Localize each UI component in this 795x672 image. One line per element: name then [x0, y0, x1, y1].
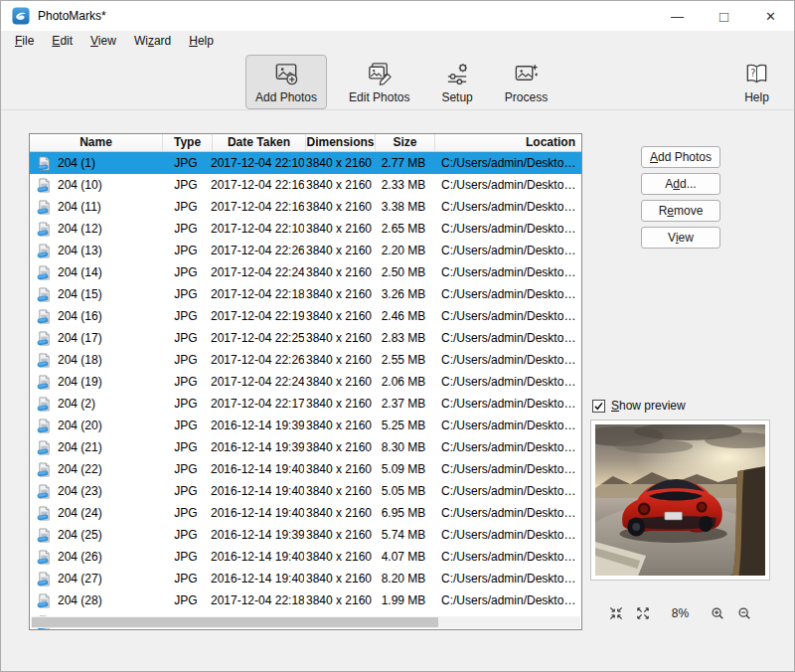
side-button[interactable]: Add...	[641, 173, 720, 195]
cell-dimensions: 3840 x 2160	[304, 244, 374, 257]
zoom-in-icon[interactable]	[711, 606, 724, 620]
menu-item[interactable]: Edit	[43, 32, 81, 50]
cell-name: 204 (12)	[58, 222, 161, 236]
column-header[interactable]: Size	[376, 134, 435, 151]
cell-type: JPG	[161, 440, 211, 454]
menu-item[interactable]: View	[81, 32, 125, 50]
table-row[interactable]: 204 (24) JPG 2016-12-14 19:40 3840 x 216…	[30, 502, 581, 524]
side-button[interactable]: Add Photos	[641, 146, 720, 168]
cell-date-taken: 2017-12-04 22:16	[211, 200, 304, 214]
file-icon	[37, 200, 52, 215]
table-row[interactable]: 204 (26) JPG 2016-12-14 19:40 3840 x 216…	[30, 546, 581, 568]
cell-location: C:/Users/admin/Desktop/...	[433, 528, 581, 542]
column-header[interactable]: Type	[163, 134, 213, 151]
table-row[interactable]: 204 (18) JPG 2017-12-04 22:26 3840 x 216…	[30, 349, 581, 371]
cell-name: 204 (20)	[58, 419, 161, 432]
file-table: NameTypeDate TakenDimensionsSizeLocation…	[29, 133, 582, 630]
cell-size: 8.20 MB	[374, 572, 433, 586]
cell-date-taken: 2016-12-14 19:40	[211, 572, 304, 586]
show-preview-checkbox[interactable]: Show preview	[592, 399, 686, 413]
cell-name: 204 (24)	[58, 506, 161, 520]
cell-location: C:/Users/admin/Desktop/...	[433, 265, 581, 279]
table-row[interactable]: 204 (13) JPG 2017-12-04 22:26 3840 x 216…	[30, 240, 581, 261]
table-row[interactable]: 204 (27) JPG 2016-12-14 19:40 3840 x 216…	[30, 568, 581, 589]
cell-date-taken: 2017-12-04 22:26	[211, 353, 304, 367]
cell-name: 204 (23)	[58, 484, 161, 498]
table-row[interactable]: 204 (12) JPG 2017-12-04 22:10 3840 x 216…	[30, 218, 581, 240]
cell-name: 204 (25)	[58, 528, 161, 542]
table-row[interactable]: 204 (19) JPG 2017-12-04 22:24 3840 x 216…	[30, 371, 581, 393]
menu-item[interactable]: Wizard	[125, 32, 180, 50]
toolbar-button[interactable]: Process	[495, 55, 557, 109]
cell-location: C:/Users/admin/Desktop/...	[433, 375, 581, 389]
cell-dimensions: 3840 x 2160	[304, 462, 374, 476]
table-row[interactable]: 204 (28) JPG 2017-12-04 22:18 3840 x 216…	[30, 589, 581, 611]
cell-location: C:/Users/admin/Desktop/...	[433, 397, 581, 411]
maximize-button[interactable]: □	[701, 1, 747, 31]
cell-date-taken: 2016-12-14 19:39	[211, 528, 304, 542]
cell-date-taken: 2017-12-04 22:10	[211, 222, 304, 236]
table-row[interactable]: 204 (17) JPG 2017-12-04 22:25 3840 x 216…	[30, 327, 581, 349]
horizontal-scrollbar-thumb[interactable]	[32, 617, 438, 627]
toolbar-button-label: Help	[744, 90, 769, 104]
horizontal-scrollbar[interactable]	[31, 616, 580, 628]
cell-location: C:/Users/admin/Desktop/...	[433, 462, 581, 476]
side-button[interactable]: View	[641, 227, 720, 249]
cell-type: JPG	[161, 353, 211, 367]
fit-to-window-icon[interactable]	[609, 606, 623, 620]
column-header[interactable]: Date Taken	[213, 134, 306, 151]
table-row[interactable]: 204 (16) JPG 2017-12-04 22:19 3840 x 216…	[30, 305, 581, 327]
cell-date-taken: 2017-12-04 22:18	[211, 593, 304, 607]
file-icon-cell	[30, 200, 58, 215]
zoom-out-icon[interactable]	[737, 606, 751, 620]
close-button[interactable]: ✕	[747, 1, 794, 31]
file-icon	[37, 572, 52, 587]
cell-size: 2.20 MB	[374, 244, 433, 257]
cell-size: 2.77 MB	[374, 156, 433, 170]
cell-date-taken: 2017-12-04 22:16	[211, 178, 304, 192]
cell-name: 204 (18)	[58, 353, 161, 367]
cell-location: C:/Users/admin/Desktop/...	[433, 506, 581, 520]
file-icon	[37, 244, 52, 258]
column-header[interactable]: Location	[435, 134, 581, 151]
table-row[interactable]: 204 (1) JPG 2017-12-04 22:10 3840 x 2160…	[30, 152, 581, 174]
cell-type: JPG	[161, 506, 211, 520]
table-row[interactable]: 204 (22) JPG 2016-12-14 19:40 3840 x 216…	[30, 458, 581, 480]
column-header[interactable]: Dimensions	[306, 134, 376, 151]
table-row[interactable]: 204 (15) JPG 2017-12-04 22:18 3840 x 216…	[30, 283, 581, 305]
table-row[interactable]: 204 (25) JPG 2016-12-14 19:39 3840 x 216…	[30, 524, 581, 546]
cell-name: 204 (17)	[58, 331, 161, 345]
cell-date-taken: 2016-12-14 19:40	[211, 484, 304, 498]
minimize-button[interactable]: —	[654, 1, 701, 31]
toolbar-button-label: Add Photos	[255, 90, 317, 104]
photomarks-window: PhotoMarks* — □ ✕ FileEditViewWizardHelp…	[0, 0, 795, 672]
cell-size: 2.50 MB	[374, 265, 433, 279]
cell-date-taken: 2017-12-04 22:18	[211, 287, 304, 301]
column-header[interactable]: Name	[30, 134, 163, 151]
menu-item[interactable]: Help	[180, 32, 223, 50]
file-icon-cell	[30, 178, 58, 193]
cell-date-taken: 2017-12-04 22:17	[211, 397, 304, 411]
cell-location: C:/Users/admin/Desktop/...	[433, 593, 581, 607]
table-row[interactable]: 204 (14) JPG 2017-12-04 22:24 3840 x 216…	[30, 261, 581, 283]
table-row[interactable]: 204 (10) JPG 2017-12-04 22:16 3840 x 216…	[30, 174, 581, 196]
toolbar-button[interactable]: Edit Photos	[339, 55, 419, 109]
cell-date-taken: 2017-12-04 22:25	[211, 331, 304, 345]
table-row[interactable]: 204 (2) JPG 2017-12-04 22:17 3840 x 2160…	[30, 393, 581, 415]
file-icon-cell	[30, 265, 58, 280]
side-button[interactable]: Remove	[641, 200, 720, 222]
table-row[interactable]: 204 (20) JPG 2016-12-14 19:39 3840 x 216…	[30, 415, 581, 436]
menu-bar: FileEditViewWizardHelp	[1, 31, 794, 51]
table-row[interactable]: 204 (23) JPG 2016-12-14 19:40 3840 x 216…	[30, 480, 581, 502]
toolbar-button-help[interactable]: Help	[733, 55, 780, 109]
file-icon-cell	[30, 440, 58, 455]
table-row[interactable]: 204 (11) JPG 2017-12-04 22:16 3840 x 216…	[30, 196, 581, 218]
table-row[interactable]: 204 (21) JPG 2016-12-14 19:39 3840 x 216…	[30, 436, 581, 458]
toolbar-button[interactable]: Add Photos	[245, 55, 327, 109]
file-icon-cell	[30, 287, 58, 302]
toolbar-button[interactable]: Setup	[431, 55, 482, 109]
actual-size-icon[interactable]	[636, 606, 650, 620]
cell-name: 204 (16)	[58, 309, 161, 323]
menu-item[interactable]: File	[6, 32, 43, 50]
file-icon-cell	[30, 528, 58, 543]
